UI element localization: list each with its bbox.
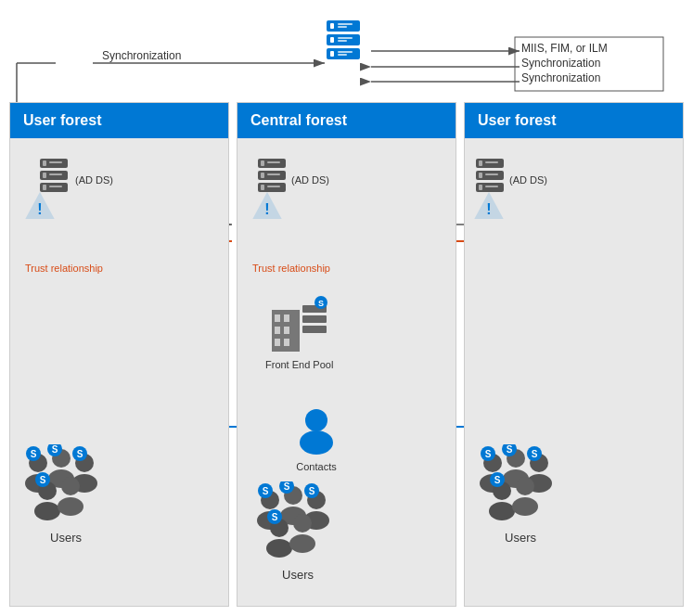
svg-text:S: S (532, 449, 538, 459)
user-forest-left-content: (AD DS) ! Trust relationship (10, 138, 228, 600)
svg-point-54 (61, 477, 80, 495)
svg-rect-39 (43, 173, 46, 178)
svg-rect-109 (485, 161, 498, 163)
ad-warning-icon-center: ! (252, 192, 282, 222)
svg-point-98 (289, 534, 315, 553)
svg-rect-29 (338, 37, 353, 39)
svg-rect-25 (338, 23, 353, 25)
svg-rect-36 (43, 160, 46, 166)
svg-rect-115 (485, 186, 498, 187)
svg-point-53 (34, 502, 60, 520)
users-label-right: Users (474, 531, 567, 545)
user-forest-left-header: User forest (10, 103, 228, 138)
svg-text:!: ! (37, 201, 42, 217)
sync-server-icon (323, 19, 364, 86)
central-forest: Central forest (AD (237, 102, 456, 607)
svg-text:S: S (284, 481, 290, 492)
svg-point-87 (305, 409, 327, 431)
svg-rect-65 (261, 160, 264, 166)
svg-rect-83 (302, 315, 327, 323)
svg-point-88 (300, 430, 333, 455)
user-forest-left: User forest (9, 102, 229, 607)
svg-rect-42 (43, 185, 46, 190)
svg-rect-32 (330, 51, 334, 57)
svg-text:S: S (31, 449, 37, 459)
svg-rect-24 (330, 23, 334, 29)
svg-rect-43 (49, 186, 62, 187)
svg-rect-71 (261, 185, 264, 190)
svg-point-126 (516, 477, 534, 495)
svg-text:S: S (507, 444, 513, 455)
svg-rect-108 (479, 160, 482, 166)
miis-label: MIIS, FIM, or ILM (521, 41, 608, 55)
user-forest-right-content: (AD DS) ! (465, 138, 683, 600)
svg-text:S: S (272, 512, 278, 522)
svg-rect-80 (275, 339, 280, 346)
svg-text:S: S (494, 475, 501, 485)
svg-point-125 (489, 502, 515, 520)
svg-text:S: S (263, 486, 269, 496)
svg-text:S: S (77, 449, 83, 459)
forest-row: User forest (9, 102, 684, 607)
svg-point-55 (58, 497, 83, 516)
users-label-left: Users (19, 531, 112, 545)
ad-ds-label-left: (AD DS) (75, 174, 113, 186)
svg-rect-78 (275, 327, 280, 334)
svg-rect-40 (49, 173, 62, 175)
users-group-left: S S S S (19, 444, 112, 528)
svg-rect-26 (338, 26, 347, 28)
svg-rect-69 (267, 173, 280, 175)
svg-rect-114 (479, 185, 482, 190)
ad-ds-label-right: (AD DS) (509, 174, 547, 186)
svg-rect-72 (267, 186, 280, 187)
contacts-area: Contacts (293, 407, 340, 472)
svg-text:S: S (52, 444, 58, 455)
svg-text:S: S (40, 475, 46, 485)
svg-rect-66 (267, 161, 280, 163)
users-group-right: S S S S (474, 444, 567, 528)
user-forest-right: User forest (AD DS) (464, 102, 684, 607)
svg-text:!: ! (264, 201, 269, 217)
trust-label-left: Trust relationship (25, 261, 103, 275)
svg-text:S: S (309, 486, 315, 496)
sync-label-top: Synchronization (102, 48, 181, 62)
users-group-center: S S S S (251, 481, 344, 565)
svg-rect-112 (485, 173, 498, 175)
svg-rect-77 (284, 314, 289, 322)
trust-label-center: Trust relationship (252, 261, 330, 275)
svg-rect-111 (479, 173, 482, 178)
svg-text:S: S (318, 299, 324, 308)
svg-rect-37 (49, 161, 62, 163)
front-end-pool-label: Front End Pool (265, 359, 333, 370)
svg-text:!: ! (486, 201, 491, 217)
contacts-icon (293, 407, 340, 458)
svg-rect-84 (302, 326, 327, 333)
contacts-label: Contacts (293, 461, 340, 472)
sync-label-2: Synchronization (521, 71, 600, 84)
front-end-pool-area: S Front End Pool (265, 291, 333, 370)
svg-point-96 (266, 539, 292, 558)
users-label-center: Users (251, 568, 344, 582)
svg-rect-28 (330, 37, 334, 43)
svg-text:S: S (485, 449, 492, 459)
sync-label-1: Synchronization (521, 56, 600, 70)
svg-rect-79 (284, 327, 289, 334)
svg-rect-68 (261, 173, 264, 178)
svg-point-127 (512, 497, 538, 516)
user-forest-right-header: User forest (465, 103, 683, 138)
svg-point-97 (293, 514, 312, 533)
ad-warning-icon-left: ! (25, 192, 55, 222)
svg-rect-30 (338, 40, 347, 42)
svg-rect-76 (275, 314, 280, 322)
ad-warning-icon-right: ! (474, 192, 504, 222)
ad-ds-label-center: (AD DS) (291, 174, 329, 186)
svg-rect-33 (338, 51, 353, 53)
central-forest-header: Central forest (237, 103, 456, 138)
central-forest-content: (AD DS) ! Trust relationship (237, 138, 456, 600)
svg-rect-34 (338, 54, 347, 56)
building-icon: S (267, 291, 332, 356)
svg-rect-81 (284, 339, 289, 346)
diagram-container: Synchronization MIIS, FIM, or ILM Synchr… (0, 0, 693, 616)
